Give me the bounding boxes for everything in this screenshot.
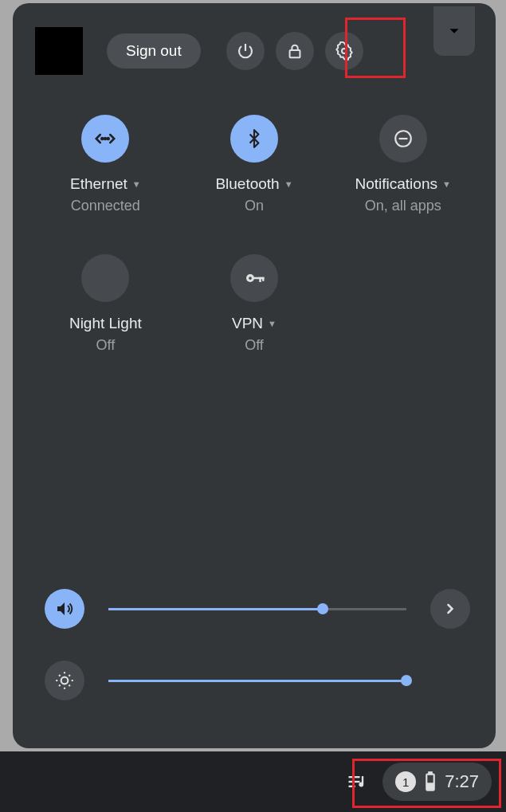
lock-icon [286, 42, 304, 60]
lock-button[interactable] [276, 32, 314, 70]
chevron-down-icon: ▼ [132, 179, 141, 189]
tile-vpn[interactable]: VPN▼ Off [184, 254, 325, 354]
music-queue-icon [346, 771, 368, 793]
tile-night-light[interactable]: Night Light Off [35, 254, 176, 354]
tile-notifications[interactable]: Notifications▼ On, all apps [332, 115, 473, 214]
quick-settings-panel: Sign out Ethernet▼ Connected Bluetoo [13, 3, 496, 748]
chevron-right-icon [442, 601, 458, 617]
gear-icon [335, 41, 354, 61]
battery-icon [424, 771, 437, 792]
svg-rect-14 [349, 781, 360, 783]
power-icon [236, 41, 255, 61]
do-not-disturb-icon [379, 115, 427, 163]
tile-label: Notifications▼ [355, 175, 450, 193]
tile-status: On, all apps [365, 198, 441, 214]
chevron-down-icon [445, 22, 463, 40]
user-avatar[interactable] [35, 27, 83, 75]
volume-row [45, 589, 470, 629]
taskbar: 1 7:27 [0, 751, 506, 812]
svg-rect-0 [289, 50, 300, 57]
svg-point-11 [249, 277, 252, 280]
quick-toggle-grid: Ethernet▼ Connected Bluetooth▼ On Notifi… [35, 115, 473, 354]
tile-status: On [245, 198, 264, 214]
tile-bluetooth[interactable]: Bluetooth▼ On [184, 115, 325, 214]
settings-button[interactable] [325, 32, 363, 70]
tile-status: Off [245, 337, 264, 354]
collapse-button[interactable] [433, 6, 475, 56]
svg-rect-9 [259, 277, 261, 282]
brightness-button[interactable] [45, 661, 84, 700]
volume-icon [55, 599, 74, 618]
svg-rect-10 [262, 277, 265, 281]
night-light-icon [81, 254, 129, 302]
audio-settings-button[interactable] [430, 589, 470, 629]
vpn-key-icon [230, 254, 278, 302]
sign-out-button[interactable]: Sign out [107, 33, 201, 69]
header-row: Sign out [35, 27, 473, 75]
tile-status: Off [96, 337, 115, 354]
chevron-down-icon: ▼ [268, 319, 277, 328]
volume-slider[interactable] [108, 608, 406, 610]
svg-rect-15 [349, 786, 355, 787]
svg-rect-13 [349, 776, 360, 778]
svg-rect-17 [429, 772, 432, 774]
tile-label: VPN▼ [232, 315, 277, 332]
tile-ethernet[interactable]: Ethernet▼ Connected [35, 115, 176, 214]
brightness-icon [54, 670, 75, 691]
svg-point-3 [104, 138, 106, 139]
media-controls-button[interactable] [339, 764, 375, 799]
chevron-down-icon: ▼ [442, 179, 451, 189]
bluetooth-icon [230, 115, 278, 163]
svg-point-12 [61, 677, 69, 685]
svg-point-4 [108, 138, 109, 139]
power-button[interactable] [226, 32, 265, 70]
brightness-slider[interactable] [108, 680, 406, 682]
ethernet-icon [81, 115, 129, 163]
svg-rect-18 [428, 783, 433, 789]
status-area[interactable]: 1 7:27 [382, 763, 492, 801]
clock: 7:27 [445, 771, 479, 792]
tile-label: Ethernet▼ [70, 175, 141, 193]
sliders-area [45, 589, 470, 700]
tile-label: Bluetooth▼ [215, 175, 292, 193]
volume-button[interactable] [45, 589, 84, 629]
chevron-down-icon: ▼ [284, 179, 293, 189]
svg-point-2 [102, 138, 104, 139]
brightness-row [45, 661, 470, 700]
tile-status: Connected [71, 198, 140, 214]
tile-label: Night Light [69, 315, 142, 332]
svg-point-1 [342, 49, 347, 53]
notification-count-badge: 1 [395, 771, 416, 792]
